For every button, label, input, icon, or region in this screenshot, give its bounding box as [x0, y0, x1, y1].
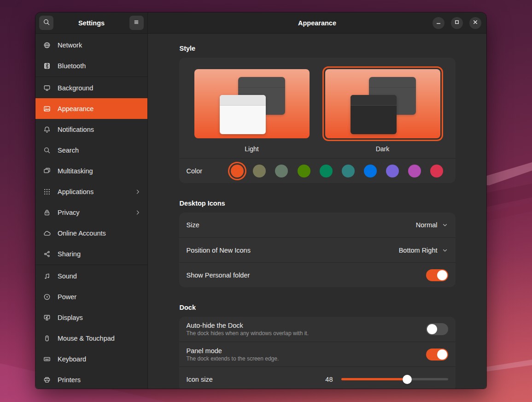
- dock-row-icon-size: Icon size48: [179, 367, 456, 389]
- row-subtitle: The dock extends to the screen edge.: [187, 355, 279, 362]
- style-card: Light Dark Color: [179, 58, 456, 183]
- theme-option-dark[interactable]: Dark: [322, 66, 443, 153]
- share-icon: [43, 250, 52, 258]
- sidebar-item-keyboard[interactable]: Keyboard: [35, 349, 147, 369]
- chevron-down-icon: [442, 247, 448, 254]
- color-swatch-olive[interactable]: [298, 165, 310, 177]
- sidebar-item-label: Privacy: [58, 209, 80, 216]
- size-dropdown[interactable]: Normal: [416, 221, 448, 229]
- theme-option-light[interactable]: Light: [192, 66, 312, 153]
- sidebar-item-applications[interactable]: Applications: [35, 181, 147, 202]
- sidebar-item-sound[interactable]: Sound: [35, 266, 147, 286]
- row-text: Panel modeThe dock extends to the screen…: [187, 347, 279, 362]
- sidebar-nav: NetworkBluetoothBackgroundAppearanceNoti…: [35, 34, 147, 389]
- preview-window-header: [351, 95, 397, 106]
- sidebar-item-mouse-touchpad[interactable]: Mouse & Touchpad: [35, 328, 147, 349]
- window-controls: [433, 12, 481, 33]
- theme-previews: Light Dark: [179, 58, 456, 158]
- sidebar-item-label: Background: [58, 84, 93, 92]
- show-personal-folder-toggle[interactable]: [426, 269, 448, 281]
- sidebar-item-privacy[interactable]: Privacy: [35, 202, 147, 223]
- display-icon: [43, 314, 52, 321]
- sidebar-item-appearance[interactable]: Appearance: [35, 98, 147, 119]
- sidebar-item-label: Printers: [58, 376, 81, 384]
- chevron-down-icon: [442, 222, 448, 228]
- multitasking-icon: [43, 167, 52, 175]
- sidebar-item-notifications[interactable]: Notifications: [35, 119, 147, 140]
- sidebar-item-search[interactable]: Search: [35, 140, 147, 160]
- color-swatch-viridian[interactable]: [320, 165, 333, 177]
- sidebar-header: Settings: [35, 12, 147, 34]
- color-swatch-orange[interactable]: [231, 165, 244, 177]
- row-text: Position of New Icons: [187, 247, 251, 254]
- preview-front-window: [220, 95, 266, 135]
- desktop-icons-row-size: SizeNormal: [179, 213, 456, 237]
- color-swatch-prussian-green[interactable]: [342, 165, 355, 177]
- search-button[interactable]: [39, 16, 53, 30]
- sidebar-divider: [35, 77, 147, 77]
- minimize-button[interactable]: [433, 17, 444, 29]
- auto-hide-the-dock-toggle[interactable]: [426, 323, 448, 335]
- close-button[interactable]: [469, 17, 481, 29]
- menu-button[interactable]: [129, 16, 144, 30]
- dock-row-auto-hide-the-dock: Auto-hide the DockThe dock hides when an…: [179, 317, 456, 342]
- dropdown-value: Bottom Right: [399, 247, 438, 254]
- main-content: Style Light Dark Color Desktop Icons: [148, 34, 486, 389]
- sidebar-item-printers[interactable]: Printers: [35, 369, 147, 389]
- theme-thumbnail: [194, 69, 310, 138]
- power-icon: [43, 293, 52, 301]
- slider-fill: [341, 378, 408, 380]
- color-label: Color: [187, 167, 203, 175]
- row-text: Size: [187, 221, 199, 229]
- sidebar-title: Settings: [78, 19, 105, 27]
- desktop-icons-row-show-personal-folder: Show Personal folder: [179, 262, 456, 287]
- close-icon: [472, 18, 479, 27]
- globe-icon: [43, 41, 52, 49]
- sidebar-divider: [35, 265, 147, 265]
- color-swatch-purple[interactable]: [386, 165, 399, 177]
- sidebar-item-background[interactable]: Background: [35, 77, 147, 98]
- color-swatch-red[interactable]: [430, 165, 443, 177]
- sidebar-item-label: Search: [58, 147, 79, 154]
- chevron-right-icon: [134, 189, 141, 195]
- color-swatch-magenta[interactable]: [408, 165, 421, 177]
- sidebar-item-power[interactable]: Power: [35, 286, 147, 307]
- style-heading: Style: [180, 45, 456, 52]
- music-note-icon: [43, 272, 52, 280]
- sidebar-item-network[interactable]: Network: [35, 35, 147, 55]
- sidebar-item-label: Bluetooth: [58, 62, 86, 70]
- bell-icon: [43, 126, 52, 133]
- sidebar-item-sharing[interactable]: Sharing: [35, 243, 147, 264]
- sidebar-item-label: Power: [58, 293, 76, 301]
- row-label: Size: [187, 221, 199, 229]
- color-swatch-bark[interactable]: [253, 165, 266, 177]
- main-headerbar: Appearance: [148, 12, 486, 34]
- slider-knob[interactable]: [403, 375, 412, 384]
- dock-heading: Dock: [180, 304, 456, 311]
- sidebar-item-multitasking[interactable]: Multitasking: [35, 160, 147, 181]
- row-text: Icon size: [187, 376, 213, 383]
- settings-window: Settings NetworkBluetoothBackgroundAppea…: [35, 12, 486, 389]
- sidebar-item-online-accounts[interactable]: Online Accounts: [35, 223, 147, 243]
- sidebar-item-label: Multitasking: [58, 167, 93, 175]
- maximize-button[interactable]: [451, 17, 463, 29]
- row-label: Icon size: [187, 376, 213, 383]
- sidebar-item-bluetooth[interactable]: Bluetooth: [35, 55, 147, 76]
- panel-mode-toggle[interactable]: [426, 349, 448, 361]
- icon-size-slider[interactable]: [341, 373, 448, 385]
- color-swatch-sage[interactable]: [275, 165, 288, 177]
- sidebar: Settings NetworkBluetoothBackgroundAppea…: [35, 12, 148, 389]
- sidebar-item-label: Network: [58, 41, 82, 49]
- toggle-knob: [437, 349, 447, 360]
- position-of-new-icons-dropdown[interactable]: Bottom Right: [399, 247, 448, 254]
- bluetooth-icon: [43, 62, 52, 70]
- color-swatch-blue[interactable]: [364, 165, 377, 177]
- color-swatches: [231, 165, 443, 177]
- theme-label: Dark: [322, 145, 443, 153]
- toggle-knob: [427, 324, 437, 334]
- theme-thumbnail: [325, 69, 440, 138]
- apps-grid-icon: [43, 188, 52, 195]
- sidebar-item-displays[interactable]: Displays: [35, 307, 147, 328]
- sidebar-item-label: Keyboard: [58, 355, 86, 363]
- desktop-icons-row-position-of-new-icons: Position of New IconsBottom Right: [179, 237, 456, 262]
